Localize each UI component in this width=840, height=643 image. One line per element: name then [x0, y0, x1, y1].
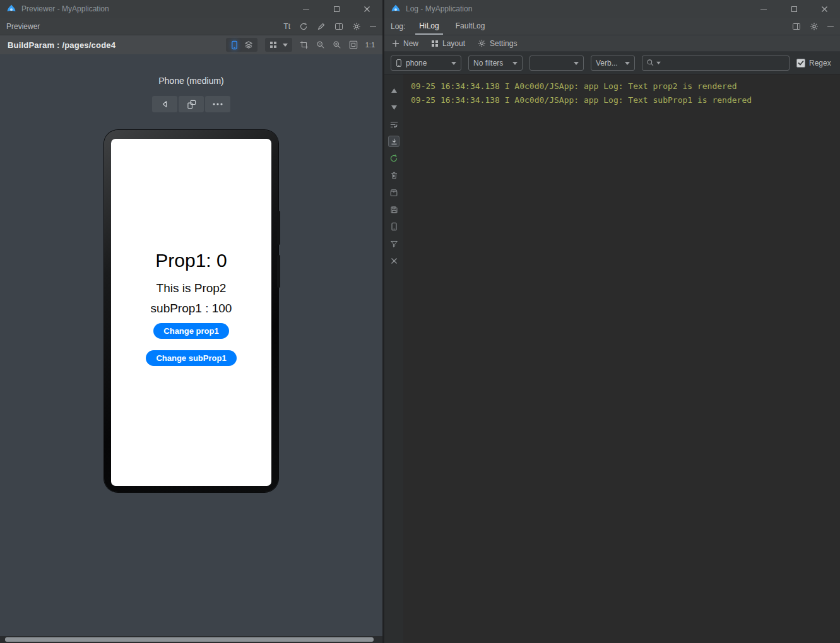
close-icon: [364, 6, 370, 13]
scroll-down-icon[interactable]: [388, 102, 399, 113]
maximize-icon: [334, 6, 340, 12]
log-line: 09-25 16:34:34.138 I A0c0d0/JSApp: app L…: [411, 93, 832, 107]
layout-button[interactable]: Layout: [431, 39, 465, 48]
build-toolbar: 1:1: [226, 38, 375, 52]
zoom-out-icon[interactable]: [316, 40, 325, 49]
log-filterbar: phone No filters Verb... Regex: [384, 52, 840, 74]
subprop1-text: subProp1 : 100: [151, 302, 232, 316]
new-session-button[interactable]: New: [392, 39, 418, 48]
scroll-up-icon[interactable]: [388, 85, 399, 96]
device-label: Phone (medium): [158, 76, 224, 86]
more-icon: [213, 103, 223, 105]
font-size-tool[interactable]: Tt: [283, 22, 290, 31]
log-maximize-button[interactable]: [784, 0, 803, 18]
settings-gear-icon[interactable]: [352, 22, 361, 31]
horizontal-scrollbar[interactable]: [0, 636, 382, 643]
back-icon: [161, 100, 169, 108]
search-icon: [646, 59, 654, 67]
change-prop1-button[interactable]: Change prop1: [153, 323, 228, 339]
log-search-input[interactable]: [663, 59, 785, 68]
log-toolbar: New Layout Settings: [384, 35, 840, 52]
build-param-bar: BuildParam : /pages/code4: [0, 35, 382, 54]
log-body: 09-25 16:34:34.138 I A0c0d0/JSApp: app L…: [384, 74, 840, 643]
refresh-preview-icon[interactable]: [299, 22, 308, 31]
device-log-icon[interactable]: [388, 221, 399, 232]
deveco-logo-icon: [391, 4, 401, 14]
filter-icon[interactable]: [388, 238, 399, 249]
maximize-icon: [791, 6, 797, 12]
device-select-value: phone: [406, 59, 427, 68]
log-panel-tools: [792, 22, 834, 31]
minimize-icon: [760, 9, 767, 9]
change-subprop1-button[interactable]: Change subProp1: [146, 350, 236, 366]
fit-to-screen-icon[interactable]: [349, 40, 358, 49]
hide-panel-button[interactable]: [827, 26, 834, 27]
panel-layout-icon[interactable]: [792, 22, 801, 31]
device-select[interactable]: phone: [391, 56, 461, 71]
previewer-close-button[interactable]: [357, 0, 376, 18]
previewer-titlebar: Previewer - MyApplication: [0, 0, 382, 18]
regex-toggle[interactable]: Regex: [796, 59, 831, 68]
tab-faultlog[interactable]: FaultLog: [452, 18, 489, 35]
chevron-down-icon: [512, 61, 518, 65]
prop2-text: This is Prop2: [157, 281, 227, 295]
chevron-down-icon: [283, 43, 288, 47]
zoom-in-icon[interactable]: [333, 40, 341, 49]
device-mode-switch: [226, 38, 257, 52]
previewer-panelbar: Previewer Tt: [0, 18, 382, 35]
log-window: Log - MyApplication Log: HiLog FaultLog …: [382, 0, 840, 643]
filter-select[interactable]: No filters: [468, 56, 523, 71]
log-window-controls: [754, 0, 834, 18]
log-close-button[interactable]: [815, 0, 834, 18]
log-minimize-button[interactable]: [754, 0, 773, 18]
soft-wrap-icon[interactable]: [388, 119, 399, 130]
prop1-text: Prop1: 0: [155, 250, 227, 271]
back-button[interactable]: [152, 96, 177, 112]
tab-hilog[interactable]: HiLog: [415, 18, 442, 35]
minimize-icon: [303, 9, 309, 9]
scrollbar-thumb[interactable]: [5, 637, 374, 642]
close-panel-icon[interactable]: [388, 255, 399, 266]
settings-gear-icon[interactable]: [810, 22, 819, 31]
log-level-select[interactable]: Verb...: [591, 56, 635, 71]
archive-log-icon[interactable]: [388, 187, 399, 198]
log-side-toolbar: [384, 74, 403, 643]
phone-mockup: Prop1: 0 This is Prop2 subProp1 : 100 Ch…: [104, 130, 278, 492]
previewer-maximize-button[interactable]: [327, 0, 346, 18]
device-preview-icon[interactable]: [230, 40, 239, 50]
log-output[interactable]: 09-25 16:34:34.138 I A0c0d0/JSApp: app L…: [403, 74, 840, 643]
layers-icon[interactable]: [244, 40, 253, 49]
new-label: New: [403, 39, 418, 48]
build-param-label: BuildParam : /pages/code4: [8, 40, 115, 50]
previewer-panel-tools: Tt: [283, 22, 376, 31]
gear-icon: [478, 39, 486, 47]
hide-panel-button[interactable]: [370, 26, 376, 27]
log-window-title: Log - MyApplication: [406, 4, 472, 13]
previewer-minimize-button[interactable]: [297, 0, 316, 18]
regex-checkbox[interactable]: [796, 59, 805, 68]
volume-button: [277, 211, 280, 245]
settings-button[interactable]: Settings: [478, 39, 517, 48]
scroll-to-end-icon[interactable]: [388, 136, 399, 147]
process-select[interactable]: [529, 56, 584, 71]
plus-icon: [392, 40, 399, 47]
rotate-button[interactable]: [179, 96, 204, 112]
device-controls: [152, 96, 230, 112]
clear-log-icon[interactable]: [388, 170, 399, 181]
hide-icon: [827, 26, 834, 27]
crop-frame-icon[interactable]: [300, 40, 309, 49]
search-history-chevron-icon: [656, 61, 661, 64]
inspector-tool-icon[interactable]: [317, 22, 326, 31]
previewer-panel-title: Previewer: [6, 22, 40, 31]
panel-layout-icon[interactable]: [334, 22, 343, 31]
phone-icon: [396, 59, 402, 68]
save-log-icon[interactable]: [388, 204, 399, 215]
grid-icon: [431, 40, 439, 47]
more-options-button[interactable]: [205, 96, 230, 112]
multi-device-dropdown[interactable]: [265, 38, 292, 52]
log-level-value: Verb...: [596, 59, 618, 68]
log-titlebar: Log - MyApplication: [384, 0, 840, 18]
layout-label: Layout: [442, 39, 465, 48]
restart-session-icon[interactable]: [388, 153, 399, 164]
zoom-level-button[interactable]: 1:1: [365, 41, 375, 49]
